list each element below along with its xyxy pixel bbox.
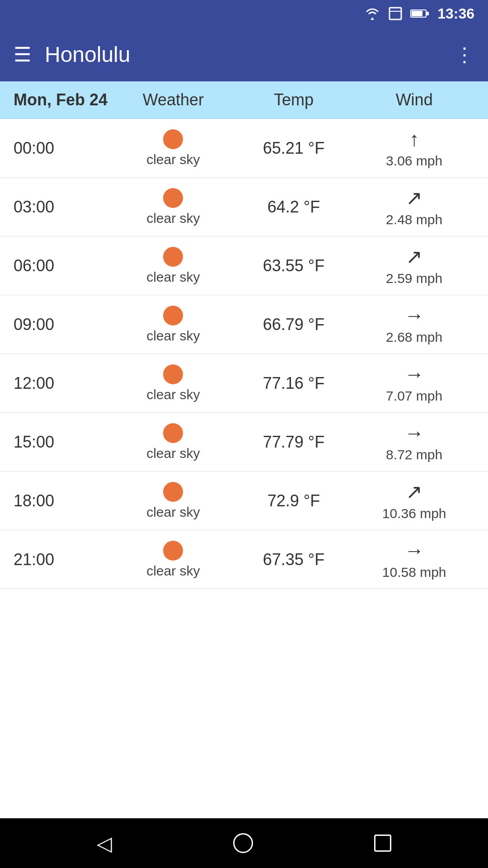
back-button[interactable]: ◁ xyxy=(97,832,112,855)
svg-rect-0 xyxy=(389,8,401,19)
time-cell: 18:00 xyxy=(14,491,113,510)
weather-label: clear sky xyxy=(146,211,200,226)
clear-sky-icon xyxy=(163,541,183,561)
temp-cell: 65.21 °F xyxy=(234,139,354,158)
time-cell: 09:00 xyxy=(14,315,113,334)
menu-icon[interactable]: ☰ xyxy=(14,43,31,66)
battery-icon xyxy=(410,9,429,19)
temp-cell: 63.55 °F xyxy=(234,256,354,275)
clear-sky-icon xyxy=(163,482,183,502)
clear-sky-icon xyxy=(163,423,183,443)
wind-cell: → 8.72 mph xyxy=(354,422,474,462)
weather-label: clear sky xyxy=(146,152,200,167)
table-row: 06:00 clear sky 63.55 °F ↗ 2.59 mph xyxy=(0,236,488,295)
wind-cell: ↗ 2.59 mph xyxy=(354,245,474,286)
weather-label: clear sky xyxy=(146,446,200,461)
wind-direction-icon: → xyxy=(404,304,424,327)
table-row: 00:00 clear sky 65.21 °F ↑ 3.06 mph xyxy=(0,119,488,178)
weather-label: clear sky xyxy=(146,505,200,520)
home-button[interactable] xyxy=(233,833,253,853)
temp-cell: 64.2 °F xyxy=(234,198,354,217)
status-icons: 13:36 xyxy=(364,5,474,22)
clear-sky-icon xyxy=(163,247,183,267)
wind-speed-label: 7.07 mph xyxy=(386,388,442,404)
table-row: 03:00 clear sky 64.2 °F ↗ 2.48 mph xyxy=(0,178,488,236)
table-row: 12:00 clear sky 77.16 °F → 7.07 mph xyxy=(0,354,488,413)
weather-cell: clear sky xyxy=(113,423,234,461)
time-cell: 03:00 xyxy=(14,198,113,217)
wind-speed-label: 10.36 mph xyxy=(382,506,446,521)
wind-speed-label: 2.68 mph xyxy=(386,330,442,345)
wind-direction-icon: ↗ xyxy=(406,480,422,503)
weather-label: clear sky xyxy=(146,563,200,579)
weather-cell: clear sky xyxy=(113,247,234,285)
header-wind: Wind xyxy=(354,90,474,109)
wind-speed-label: 8.72 mph xyxy=(386,447,442,462)
time-cell: 00:00 xyxy=(14,139,113,158)
table-row: 15:00 clear sky 77.79 °F → 8.72 mph xyxy=(0,413,488,472)
weather-cell: clear sky xyxy=(113,482,234,520)
status-bar: 13:36 xyxy=(0,0,488,27)
more-options-icon[interactable]: ⋮ xyxy=(455,43,474,66)
bottom-nav: ◁ xyxy=(0,818,488,868)
table-row: 18:00 clear sky 72.9 °F ↗ 10.36 mph xyxy=(0,472,488,530)
wind-speed-label: 2.48 mph xyxy=(386,212,442,227)
weather-label: clear sky xyxy=(146,269,200,285)
header-date: Mon, Feb 24 xyxy=(14,90,113,109)
table-row: 09:00 clear sky 66.79 °F → 2.68 mph xyxy=(0,295,488,354)
weather-cell: clear sky xyxy=(113,364,234,402)
clear-sky-icon xyxy=(163,364,183,384)
weather-cell: clear sky xyxy=(113,306,234,344)
wind-direction-icon: ↗ xyxy=(406,245,422,268)
wind-cell: → 10.58 mph xyxy=(354,539,474,580)
temp-cell: 77.79 °F xyxy=(234,433,354,452)
clear-sky-icon xyxy=(163,129,183,149)
svg-rect-4 xyxy=(427,12,429,15)
weather-cell: clear sky xyxy=(113,129,234,167)
header-weather: Weather xyxy=(113,90,234,109)
temp-cell: 67.35 °F xyxy=(234,550,354,569)
header-temp: Temp xyxy=(234,90,354,109)
wind-cell: ↗ 10.36 mph xyxy=(354,480,474,521)
temp-cell: 72.9 °F xyxy=(234,491,354,510)
weather-cell: clear sky xyxy=(113,541,234,579)
time-cell: 21:00 xyxy=(14,550,113,569)
wind-direction-icon: → xyxy=(404,422,424,444)
table-row: 21:00 clear sky 67.35 °F → 10.58 mph xyxy=(0,530,488,589)
wind-direction-icon: → xyxy=(404,363,424,386)
time-cell: 12:00 xyxy=(14,374,113,393)
page-title: Honolulu xyxy=(45,42,455,67)
wind-cell: → 7.07 mph xyxy=(354,363,474,404)
wind-direction-icon: → xyxy=(404,539,424,562)
status-time: 13:36 xyxy=(437,5,474,22)
recents-button[interactable] xyxy=(374,835,391,852)
weather-label: clear sky xyxy=(146,387,200,402)
clear-sky-icon xyxy=(163,306,183,326)
wind-cell: → 2.68 mph xyxy=(354,304,474,345)
sim-icon xyxy=(389,7,402,20)
clear-sky-icon xyxy=(163,188,183,208)
weather-label: clear sky xyxy=(146,328,200,344)
temp-cell: 77.16 °F xyxy=(234,374,354,393)
wind-speed-label: 2.59 mph xyxy=(386,271,442,286)
top-bar: ☰ Honolulu ⋮ xyxy=(0,27,488,81)
time-cell: 06:00 xyxy=(14,256,113,275)
wifi-icon xyxy=(364,7,380,20)
svg-rect-3 xyxy=(412,11,422,16)
weather-cell: clear sky xyxy=(113,188,234,226)
wind-cell: ↑ 3.06 mph xyxy=(354,128,474,169)
weather-table: 00:00 clear sky 65.21 °F ↑ 3.06 mph 03:0… xyxy=(0,119,488,589)
temp-cell: 66.79 °F xyxy=(234,315,354,334)
wind-speed-label: 10.58 mph xyxy=(382,565,446,580)
wind-direction-icon: ↗ xyxy=(406,186,422,209)
wind-speed-label: 3.06 mph xyxy=(386,153,442,169)
wind-direction-icon: ↑ xyxy=(409,128,419,151)
time-cell: 15:00 xyxy=(14,433,113,452)
column-headers: Mon, Feb 24 Weather Temp Wind xyxy=(0,81,488,119)
wind-cell: ↗ 2.48 mph xyxy=(354,186,474,227)
